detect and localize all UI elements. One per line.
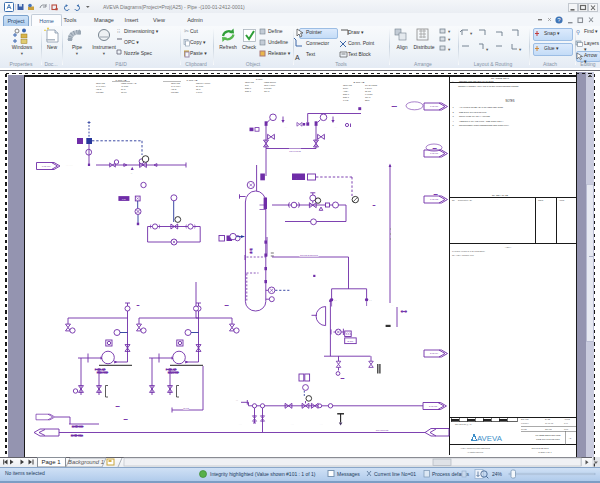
svg-text:INSULATION CLASS H APPLIES: INSULATION CLASS H APPLIES (459, 115, 491, 117)
svg-text:- - -: - - - (239, 423, 242, 425)
svg-text:▾: ▾ (448, 29, 451, 34)
svg-text:OF AVEVA GROUP PLC: OF AVEVA GROUP PLC (452, 254, 474, 256)
svg-text:P-100 A/B: P-100 A/B (95, 368, 106, 370)
svg-text:- - -: - - - (434, 193, 437, 195)
svg-text:Page 1: Page 1 (41, 459, 61, 465)
svg-text:1200 x 3000: 1200 x 3000 (264, 84, 276, 86)
svg-text:- -: - - (137, 304, 139, 306)
svg-text:C-100: C-100 (256, 78, 263, 81)
svg-text:OVHD COND: OVHD COND (365, 84, 378, 86)
svg-text:DUTY: DUTY (343, 87, 349, 89)
svg-text:20 m3/h: 20 m3/h (196, 85, 203, 87)
svg-text:1.2 MW: 1.2 MW (365, 87, 372, 89)
svg-text:SERVICE: SERVICE (96, 82, 105, 84)
svg-text:2-KD-014: 2-KD-014 (430, 352, 438, 354)
svg-text:BEM: BEM (365, 99, 370, 101)
svg-text:3.5 barg: 3.5 barg (264, 87, 271, 89)
svg-text:PIPE 100-01-2412-0001: PIPE 100-01-2412-0001 (536, 438, 560, 440)
svg-text:35 m: 35 m (196, 88, 201, 90)
svg-text:7.5 kW: 7.5 kW (196, 91, 202, 93)
svg-text:1-KD-010: 1-KD-010 (430, 105, 438, 107)
svg-text:POWER: POWER (171, 91, 179, 93)
svg-text:10-KD-0013: 10-KD-0013 (72, 425, 84, 427)
svg-text:85 m2: 85 m2 (365, 90, 371, 92)
svg-text:150 C: 150 C (264, 90, 270, 92)
svg-text:▾: ▾ (486, 47, 489, 52)
svg-text:GENERAL NOTES APPLY TO THIS DR: GENERAL NOTES APPLY TO THIS DRAWING UNLE… (458, 85, 519, 87)
svg-text:24%: 24% (492, 471, 503, 477)
svg-text:▾: ▾ (448, 47, 451, 52)
svg-text:- - -: - - - (116, 405, 119, 407)
svg-text:REFLUX PUMP: REFLUX PUMP (196, 82, 211, 84)
svg-text:✂: ✂ (184, 28, 189, 34)
svg-text:E-100 A/B: E-100 A/B (354, 81, 365, 84)
svg-text:VENDOR PACKAGE LIMIT - SEE SPE: VENDOR PACKAGE LIMIT - SEE SPEC 1200-A (459, 120, 504, 122)
svg-text:HEAD: HEAD (96, 88, 102, 90)
svg-text:1-KD-001: 1-KD-001 (42, 165, 51, 167)
svg-text:100-02-2412-0001: 100-02-2412-0001 (300, 254, 319, 256)
svg-text:No. NOTE TEXT: No. NOTE TEXT (491, 77, 509, 80)
svg-text:NTS: NTS (564, 428, 569, 430)
svg-text:THIS DRAWING IS THE PROPERTY: THIS DRAWING IS THE PROPERTY (452, 250, 486, 252)
svg-text:DES T: DES T (343, 96, 350, 98)
svg-text:CHKD: CHKD (521, 428, 527, 430)
svg-text:HEAD: HEAD (171, 88, 177, 90)
svg-text:6.0 barg: 6.0 barg (365, 93, 372, 95)
svg-text:SEE DWG 100-02-2412-0001: SEE DWG 100-02-2412-0001 (459, 111, 487, 113)
svg-text:FEED DRUM: FEED DRUM (264, 81, 276, 83)
svg-text:TYPE: TYPE (343, 99, 349, 101)
svg-text:APP'D: APP'D (564, 418, 570, 420)
svg-text:ISSUED FOR REVIEW 10-01-2012: ISSUED FOR REVIEW 10-01-2012 (459, 80, 494, 82)
svg-text:(--): (--) (369, 299, 372, 301)
svg-text:- - - - - -: - - - - - - (66, 164, 73, 166)
svg-text:AVEVA: AVEVA (505, 246, 512, 248)
svg-text:DES T: DES T (245, 90, 252, 92)
svg-text:R.W: R.W (564, 422, 568, 424)
svg-text:SERVICE: SERVICE (245, 81, 254, 83)
svg-text:40 m3/h: 40 m3/h (121, 85, 128, 87)
svg-text:⁝⁝: ⁝⁝ (117, 28, 121, 34)
svg-text:E-100: E-100 (347, 340, 354, 342)
svg-text:DATE: DATE (545, 418, 551, 420)
svg-text:- - -: - - - (284, 126, 287, 128)
svg-text:P-101 A/B: P-101 A/B (166, 368, 177, 370)
svg-text:FIC: FIC (297, 177, 301, 179)
svg-text:App'd: App'd (559, 199, 564, 201)
svg-text:180 C: 180 C (365, 96, 371, 98)
svg-text:▾: ▾ (519, 47, 522, 52)
svg-text:- - -: - - - (334, 126, 337, 128)
svg-text:- - -: - - - (320, 423, 323, 425)
svg-text:50 m: 50 m (121, 88, 126, 90)
svg-text:10-01-12: 10-01-12 (545, 422, 554, 424)
svg-text:Chk'd: Chk'd (538, 199, 543, 201)
svg-text:Messages: Messages (337, 471, 360, 477)
svg-text:2-KD-015: 2-KD-015 (429, 405, 437, 407)
svg-text:1-KD-011: 1-KD-011 (430, 152, 438, 154)
svg-text:10-KD: 10-KD (183, 407, 189, 409)
svg-text:- - -: - - - (433, 147, 436, 149)
svg-text:10-KD-0012: 10-KD-0012 (71, 434, 84, 436)
svg-text:Description / By: Description / By (458, 199, 472, 201)
svg-text:AVEVA Group plc Copyright 2012: AVEVA Group plc Copyright 2012 (460, 447, 490, 449)
svg-text:A: A (295, 54, 300, 61)
svg-text:LIC: LIC (122, 198, 126, 200)
svg-text:100-01-2412: 100-01-2412 (289, 150, 301, 152)
svg-text:POWER: POWER (96, 91, 104, 93)
svg-text:SHEET 1 OF 1: SHEET 1 OF 1 (538, 451, 552, 453)
svg-text:NOTES: NOTES (506, 99, 515, 103)
svg-text:DES P: DES P (245, 87, 252, 89)
svg-text:DRAWN: DRAWN (521, 418, 529, 420)
svg-text:SERVICE: SERVICE (171, 82, 180, 84)
svg-text:(- - - -): (- - - -) (401, 310, 407, 312)
svg-text:No. REV / DATE: No. REV / DATE (492, 194, 509, 196)
svg-text:FEED PUMP A/B: FEED PUMP A/B (121, 82, 137, 84)
svg-text:SERVICE: SERVICE (343, 84, 352, 86)
svg-text:AREA: AREA (343, 90, 349, 92)
svg-text:- - -: - - - (124, 418, 127, 420)
svg-text:(--): (--) (334, 299, 337, 301)
svg-text:▾: ▾ (470, 31, 473, 36)
svg-text:100-01-2412-0001: 100-01-2412-0001 (531, 447, 549, 449)
svg-text:- - - -: - - - - (392, 105, 397, 107)
svg-text:Current line No=01: Current line No=01 (374, 471, 416, 477)
svg-text:ALL PIPING TO BE HEAT TRACED P: ALL PIPING TO BE HEAT TRACED PER SPEC (459, 106, 504, 108)
